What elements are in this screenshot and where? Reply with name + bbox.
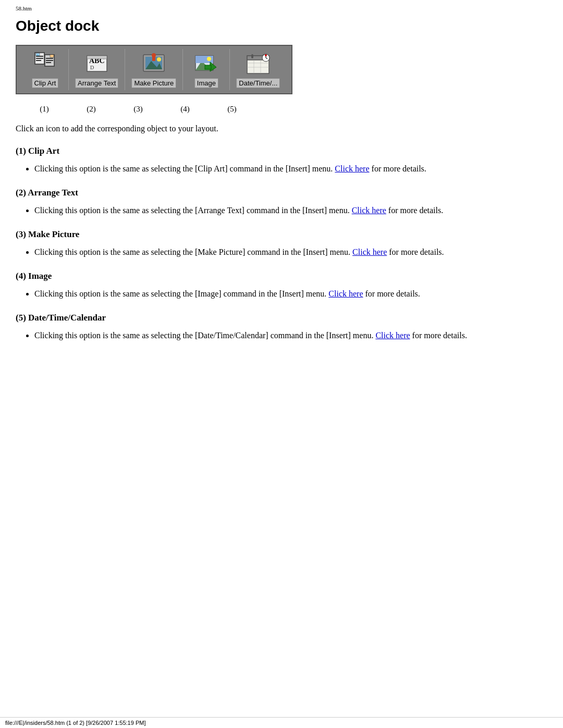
file-path: 58.htm [16, 5, 547, 11]
section-heading-3: (3) Make Picture [16, 229, 547, 240]
dock-item-make-picture[interactable]: Make Picture [125, 49, 183, 90]
section-bullet-1: Clicking this option is the same as sele… [34, 163, 547, 175]
number-3: (3) [115, 105, 162, 114]
section-link-5[interactable]: Click here [375, 331, 410, 340]
image-label: Image [194, 78, 218, 88]
number-1: (1) [21, 105, 68, 114]
svg-text:D: D [90, 65, 94, 70]
svg-point-38 [265, 54, 267, 56]
svg-rect-2 [36, 58, 43, 59]
svg-rect-14 [87, 56, 107, 59]
make-picture-label: Make Picture [131, 78, 176, 88]
number-2: (2) [68, 105, 115, 114]
svg-point-18 [157, 57, 161, 61]
section-link-2[interactable]: Click here [352, 206, 386, 215]
section-heading-4: (4) Image [16, 271, 547, 281]
svg-rect-10 [50, 55, 54, 57]
dock-item-clip-art[interactable]: Clip Art [22, 49, 69, 90]
section-bullet-4: Clicking this option is the same as sele… [34, 288, 547, 300]
section-heading-2: (2) Arrange Text [16, 188, 547, 198]
number-5: (5) [209, 105, 255, 114]
datetime-icon [246, 51, 271, 76]
svg-point-19 [152, 53, 156, 57]
section-bullet-3: Clicking this option is the same as sele… [34, 246, 547, 258]
clip-art-icon [33, 51, 58, 76]
svg-rect-6 [46, 60, 53, 61]
section-4: (4) ImageClicking this option is the sam… [16, 271, 547, 300]
section-link-4[interactable]: Click here [328, 289, 363, 298]
arrange-text-label: Arrange Text [75, 78, 118, 88]
section-heading-5: (5) Date/Time/Calendar [16, 313, 547, 323]
arrange-text-icon: ABC D [84, 51, 109, 76]
description-text: Click an icon to add the corresponding o… [16, 124, 547, 133]
section-bullet-2: Clicking this option is the same as sele… [34, 204, 547, 217]
section-5: (5) Date/Time/CalendarClicking this opti… [16, 313, 547, 342]
object-dock: Clip Art ABC D Arrange Text [16, 45, 292, 94]
svg-rect-7 [46, 62, 51, 63]
section-heading-1: (1) Clip Art [16, 146, 547, 156]
svg-rect-3 [36, 60, 41, 61]
section-bullet-5: Clicking this option is the same as sele… [34, 329, 547, 342]
svg-point-24 [207, 57, 211, 61]
page-title: Object dock [16, 18, 547, 34]
datetime-label: Date/Time/... [236, 78, 280, 88]
dock-item-datetime[interactable]: Date/Time/... [230, 49, 286, 90]
svg-rect-29 [251, 54, 253, 58]
svg-rect-5 [46, 58, 53, 59]
make-picture-icon [141, 51, 166, 76]
svg-rect-26 [205, 65, 211, 69]
section-1: (1) Clip ArtClicking this option is the … [16, 146, 547, 175]
number-4: (4) [162, 105, 209, 114]
image-icon [194, 51, 219, 76]
clip-art-label: Clip Art [32, 78, 59, 88]
svg-rect-1 [36, 56, 43, 57]
dock-item-arrange-text[interactable]: ABC D Arrange Text [69, 49, 125, 90]
sections-container: (1) Clip ArtClicking this option is the … [16, 146, 547, 342]
numbering-row: (1) (2) (3) (4) (5) [21, 105, 547, 114]
dock-item-image[interactable]: Image [183, 49, 230, 90]
section-link-1[interactable]: Click here [335, 164, 369, 173]
section-link-3[interactable]: Click here [352, 248, 387, 256]
svg-rect-20 [152, 57, 155, 61]
section-2: (2) Arrange TextClicking this option is … [16, 188, 547, 217]
section-3: (3) Make PictureClicking this option is … [16, 229, 547, 258]
